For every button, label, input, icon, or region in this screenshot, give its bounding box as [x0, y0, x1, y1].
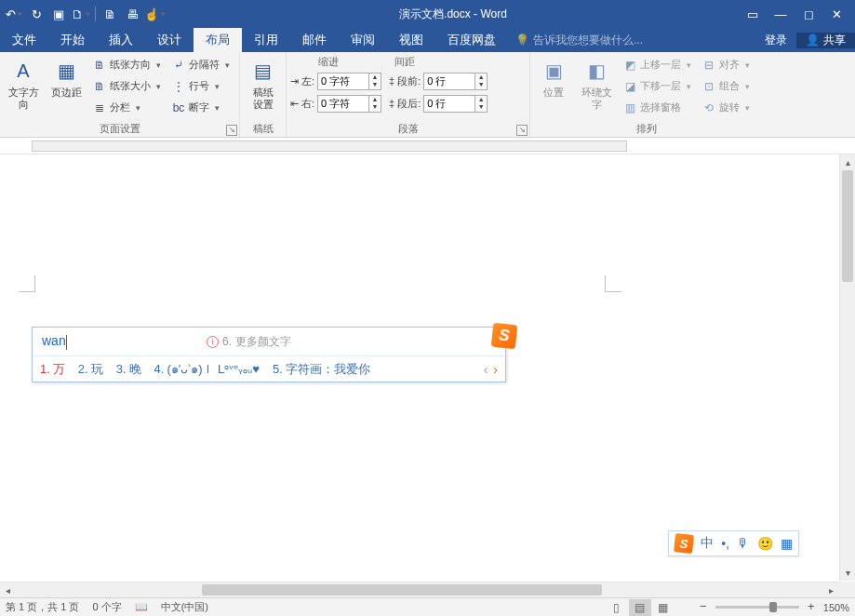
group-obj-label: 组合	[719, 79, 740, 93]
rotate-button[interactable]: ⟲旋转▾	[699, 98, 754, 117]
zoom-out-button[interactable]: −	[697, 601, 710, 614]
spacing-before-input[interactable]	[423, 73, 475, 90]
horizontal-scrollbar[interactable]: ◂ ▸	[0, 582, 839, 597]
manuscript-button[interactable]: ▤ 稿纸 设置	[244, 55, 282, 111]
spin-down[interactable]: ▼	[369, 103, 381, 112]
vertical-scrollbar[interactable]: ▴ ▾	[839, 154, 855, 581]
scroll-down-button[interactable]: ▾	[840, 565, 855, 581]
ime-punct-button[interactable]: •,	[721, 536, 729, 551]
group-button[interactable]: ⊡组合▾	[699, 76, 754, 96]
spin-up[interactable]: ▲	[369, 96, 381, 104]
scroll-thumb[interactable]	[842, 170, 853, 282]
spin-down[interactable]: ▼	[475, 81, 487, 89]
scroll-left-button[interactable]: ◂	[0, 583, 16, 597]
page-setup-launcher[interactable]: ↘	[226, 125, 237, 136]
close-button[interactable]: ✕	[825, 4, 848, 24]
ime-candidate-3[interactable]: 3.晚	[116, 361, 141, 378]
spin-down[interactable]: ▼	[369, 81, 381, 89]
spacing-after-input[interactable]	[423, 95, 475, 113]
margins-button[interactable]: ▦ 页边距	[47, 55, 86, 99]
ime-lang-button[interactable]: 中	[701, 535, 714, 552]
indent-right-input[interactable]	[317, 95, 369, 113]
wrap-text-button[interactable]: ◧ 环绕文字	[577, 55, 616, 111]
orientation-button[interactable]: 🗎纸张方向▾	[89, 55, 165, 74]
tab-file[interactable]: 文件	[0, 28, 48, 52]
ime-candidate-1[interactable]: 1.万	[40, 361, 65, 378]
maximize-button[interactable]: ◻	[797, 4, 820, 24]
columns-button[interactable]: ≣分栏▾	[89, 98, 165, 117]
send-backward-button[interactable]: ◪下移一层▾	[620, 76, 695, 96]
margins-label: 页边距	[51, 87, 82, 99]
scroll-right-button[interactable]: ▸	[823, 583, 839, 597]
ime-hint[interactable]: i 6. 更多颜文字	[207, 334, 291, 350]
ime-candidate-5[interactable]: 5.字符画：我爱你	[273, 361, 370, 378]
tab-insert[interactable]: 插入	[97, 28, 145, 52]
window-controls: ▭ — ◻ ✕	[741, 4, 855, 24]
align-button[interactable]: ⊟对齐▾	[699, 55, 754, 74]
ime-emoji-button[interactable]: 🙂	[757, 536, 773, 551]
tab-layout[interactable]: 布局	[194, 28, 242, 52]
hyphenation-button[interactable]: bc断字▾	[168, 98, 234, 117]
tab-home[interactable]: 开始	[48, 28, 97, 52]
ime-mic-button[interactable]: 🎙	[737, 536, 750, 551]
spin-up[interactable]: ▲	[475, 74, 487, 82]
touch-button[interactable]: ☝▾	[144, 4, 165, 24]
scroll-thumb[interactable]	[202, 584, 602, 596]
tab-baidu[interactable]: 百度网盘	[435, 28, 508, 52]
ime-status-bar[interactable]: S 中 •, 🎙 🙂 ▦	[668, 530, 799, 556]
print-layout-button[interactable]: ▤	[629, 599, 651, 616]
login-button[interactable]: 登录	[755, 33, 796, 48]
arrange-group-label: 排列	[534, 122, 759, 137]
ime-toolbox-button[interactable]: ▦	[781, 536, 793, 551]
rotate-label: 旋转	[719, 100, 740, 114]
zoom-level[interactable]: 150%	[823, 602, 849, 613]
spellcheck-button[interactable]: 📖	[135, 601, 148, 613]
spin-down[interactable]: ▼	[475, 103, 487, 112]
position-button[interactable]: ▣ 位置	[534, 55, 573, 99]
print-button[interactable]: 🖶	[122, 4, 142, 24]
status-bar: 第 1 页，共 1 页 0 个字 📖 中文(中国) ▯ ▤ ▦ − + 150%	[0, 597, 855, 616]
word-count[interactable]: 0 个字	[92, 600, 121, 614]
ribbon-options-button[interactable]: ▭	[741, 4, 764, 24]
read-mode-button[interactable]: ▯	[606, 599, 628, 616]
language-indicator[interactable]: 中文(中国)	[161, 600, 208, 614]
web-layout-button[interactable]: ▦	[652, 599, 675, 616]
tab-view[interactable]: 视图	[387, 28, 435, 52]
share-button[interactable]: 👤共享	[796, 33, 855, 48]
new-button[interactable]: 🗋▾	[71, 4, 91, 24]
indent-left-input[interactable]	[317, 73, 369, 90]
manuscript-group-label: 稿纸	[244, 122, 282, 137]
page-setup-group-label: 页面设置	[4, 122, 235, 137]
redo-button[interactable]: ↻	[26, 4, 47, 24]
zoom-thumb[interactable]	[769, 602, 777, 612]
minimize-button[interactable]: —	[769, 4, 792, 24]
open-button[interactable]: 🗎	[100, 4, 120, 24]
tab-references[interactable]: 引用	[242, 28, 290, 52]
line-numbers-button[interactable]: ⋮行号▾	[168, 76, 234, 96]
page-indicator[interactable]: 第 1 页，共 1 页	[6, 600, 79, 614]
tab-design[interactable]: 设计	[145, 28, 194, 52]
size-button[interactable]: 🗎纸张大小▾	[89, 76, 165, 96]
spin-up[interactable]: ▲	[369, 74, 381, 82]
save-button[interactable]: ▣	[48, 4, 69, 24]
spin-up[interactable]: ▲	[475, 96, 487, 104]
scroll-up-button[interactable]: ▴	[840, 154, 855, 170]
sogou-logo-icon: S	[491, 323, 518, 350]
text-direction-button[interactable]: A 文字方向	[4, 55, 43, 111]
tab-mailings[interactable]: 邮件	[290, 28, 339, 52]
ime-candidate-2[interactable]: 2.玩	[78, 361, 103, 378]
undo-button[interactable]: ↶▾	[4, 4, 24, 24]
ime-candidate-4[interactable]: 4.(๑′ᴗ‵๑)Ｉ Lᵒᵛᵉᵧₒᵤ♥	[154, 359, 261, 379]
ime-next-button[interactable]: ›	[493, 362, 498, 377]
breaks-button[interactable]: ⤶分隔符▾	[168, 55, 234, 74]
ime-prev-button[interactable]: ‹	[484, 362, 488, 377]
zoom-slider[interactable]	[715, 606, 799, 609]
bring-forward-button[interactable]: ◩上移一层▾	[620, 55, 695, 74]
tell-me-search[interactable]: 💡告诉我您想要做什么...	[508, 28, 755, 52]
horizontal-ruler[interactable]	[0, 138, 855, 154]
zoom-in-button[interactable]: +	[805, 601, 818, 614]
selection-pane-button[interactable]: ▥选择窗格	[620, 98, 695, 117]
paragraph-launcher[interactable]: ↘	[516, 125, 528, 136]
share-label: 共享	[823, 33, 846, 48]
tab-review[interactable]: 审阅	[339, 28, 387, 52]
